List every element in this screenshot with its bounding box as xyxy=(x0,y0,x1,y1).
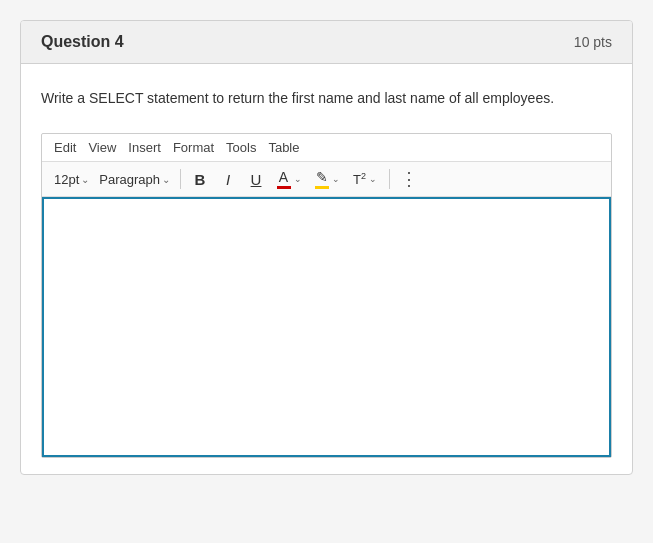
question-title: Question 4 xyxy=(41,33,124,51)
menu-format[interactable]: Format xyxy=(169,138,218,157)
highlight-color-bar xyxy=(315,186,329,189)
question-header: Question 4 10 pts xyxy=(21,21,632,64)
question-text: Write a SELECT statement to return the f… xyxy=(41,88,612,109)
menu-table[interactable]: Table xyxy=(264,138,303,157)
highlight-color-chevron-icon: ⌄ xyxy=(332,174,340,184)
menu-edit[interactable]: Edit xyxy=(50,138,80,157)
toolbar-divider-1 xyxy=(180,169,181,189)
font-color-chevron-icon: ⌄ xyxy=(294,174,302,184)
superscript-label: T2 xyxy=(353,171,366,187)
font-size-value: 12pt xyxy=(54,172,79,187)
font-size-selector[interactable]: 12pt ⌄ xyxy=(50,170,93,189)
font-size-chevron-icon: ⌄ xyxy=(81,174,89,185)
superscript-chevron-icon: ⌄ xyxy=(369,174,377,184)
font-color-indicator: A xyxy=(277,169,291,189)
highlight-color-indicator: ✎ xyxy=(315,169,329,189)
superscript-button[interactable]: T2 ⌄ xyxy=(347,166,383,192)
question-body: Write a SELECT statement to return the f… xyxy=(21,64,632,474)
question-card: Question 4 10 pts Write a SELECT stateme… xyxy=(20,20,633,475)
paragraph-selector[interactable]: Paragraph ⌄ xyxy=(95,170,174,189)
toolbar-divider-2 xyxy=(389,169,390,189)
bold-button[interactable]: B xyxy=(187,166,213,192)
font-color-button[interactable]: A ⌄ xyxy=(271,166,307,192)
question-points: 10 pts xyxy=(574,34,612,50)
paragraph-chevron-icon: ⌄ xyxy=(162,174,170,185)
editor-content-area[interactable] xyxy=(42,197,611,457)
paragraph-value: Paragraph xyxy=(99,172,160,187)
underline-button[interactable]: U xyxy=(243,166,269,192)
more-options-button[interactable]: ⋮ xyxy=(396,166,422,192)
menu-view[interactable]: View xyxy=(84,138,120,157)
editor-toolbar: 12pt ⌄ Paragraph ⌄ B I U xyxy=(42,162,611,197)
menu-tools[interactable]: Tools xyxy=(222,138,260,157)
menu-insert[interactable]: Insert xyxy=(124,138,165,157)
italic-button[interactable]: I xyxy=(215,166,241,192)
editor-menubar: Edit View Insert Format Tools Table xyxy=(42,134,611,162)
font-color-bar xyxy=(277,186,291,189)
highlight-color-button[interactable]: ✎ ⌄ xyxy=(309,166,345,192)
editor-wrapper: Edit View Insert Format Tools Table 12pt… xyxy=(41,133,612,458)
